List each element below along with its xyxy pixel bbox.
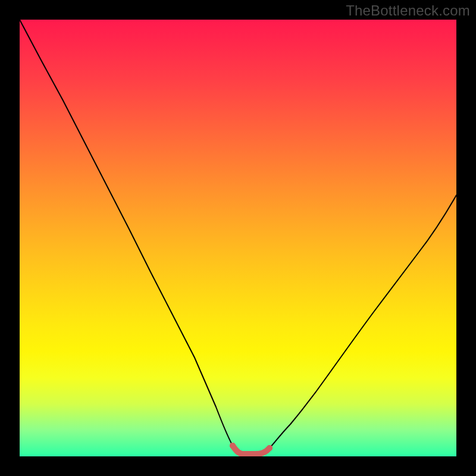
chart-frame: TheBottleneck.com bbox=[0, 0, 476, 476]
watermark-text: TheBottleneck.com bbox=[346, 2, 470, 19]
plot-area bbox=[20, 20, 456, 456]
bottleneck-curve bbox=[20, 20, 456, 454]
no-bottleneck-zone bbox=[233, 446, 270, 454]
highlight-end-dot bbox=[267, 445, 273, 451]
highlight-start-dot bbox=[230, 443, 236, 449]
bottleneck-chart bbox=[20, 20, 456, 456]
